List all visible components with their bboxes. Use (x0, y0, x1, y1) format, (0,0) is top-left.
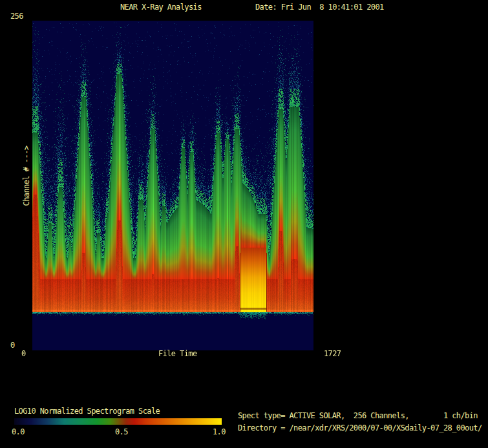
x-axis-min-label: 0 (21, 350, 26, 358)
spectrogram-canvas (32, 21, 313, 350)
spectrogram-plot (32, 21, 313, 350)
y-axis-max-label: 256 (10, 12, 23, 21)
directory-text: Directory = /near/xdr/XRS/2000/07-00/XSd… (238, 424, 482, 432)
colorbar-tick-min: 0.0 (12, 428, 25, 436)
y-axis-title: Channel # ---> (22, 146, 31, 206)
spect-type-text: Spect type= ACTIVE SOLAR, 256 Channels, … (238, 412, 478, 420)
date-text: Date: Fri Jun 8 10:41:01 2001 (255, 3, 384, 12)
page-title: NEAR X-Ray Analysis (120, 3, 202, 12)
x-axis-title: File Time (158, 350, 197, 358)
app-window: NEAR X-Ray Analysis Date: Fri Jun 8 10:4… (0, 0, 488, 448)
colorbar-tick-mid: 0.5 (115, 428, 128, 436)
colorbar-tick-max: 1.0 (213, 428, 226, 436)
colorbar-label: LOG10 Normalized Spectrogram Scale (14, 407, 160, 416)
y-axis-min-label: 0 (10, 341, 15, 350)
x-axis-max-label: 1727 (324, 350, 341, 358)
colorbar-gradient (14, 418, 222, 425)
